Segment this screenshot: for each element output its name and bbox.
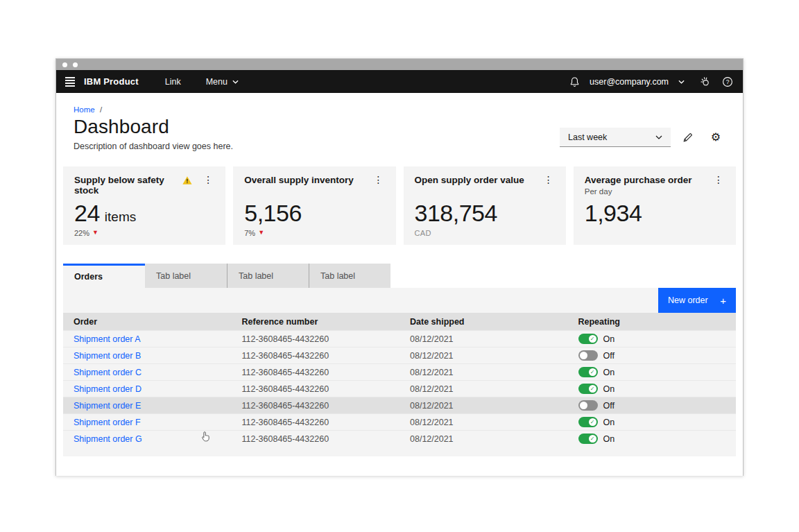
orders-table: Order Reference number Date shipped Repe… bbox=[63, 313, 736, 456]
column-header-order[interactable]: Order bbox=[63, 317, 232, 327]
order-link[interactable]: Shipment order G bbox=[74, 434, 142, 444]
repeating-toggle[interactable]: ✓ bbox=[578, 334, 598, 344]
breadcrumb: Home / bbox=[63, 100, 736, 114]
svg-text:?: ? bbox=[726, 78, 730, 85]
order-link[interactable]: Shipment order C bbox=[74, 368, 141, 377]
browser-window: IBM Product Link Menu user@company.com ?… bbox=[55, 58, 744, 476]
table-row[interactable]: Shipment order C 112-3608465-4432260 08/… bbox=[63, 363, 736, 380]
page-title: Dashboard bbox=[74, 116, 233, 138]
overflow-menu-icon[interactable]: ⋮ bbox=[202, 175, 214, 185]
warning-icon bbox=[182, 175, 192, 185]
window-control-dot[interactable] bbox=[73, 62, 78, 67]
window-titlebar bbox=[56, 59, 743, 70]
card-title: Open supply order value bbox=[415, 175, 524, 185]
table-header-row: Order Reference number Date shipped Repe… bbox=[63, 313, 736, 330]
metric-delta: 22% bbox=[74, 229, 89, 237]
chevron-down-icon[interactable] bbox=[678, 80, 685, 84]
dropdown-value: Last week bbox=[568, 132, 607, 142]
metric-card-average-purchase-order: Average purchase order Per day ⋮ 1,934 bbox=[574, 166, 736, 245]
order-link[interactable]: Shipment order F bbox=[74, 418, 141, 427]
app-header: IBM Product Link Menu user@company.com ? bbox=[56, 70, 743, 93]
metric-value: 24 bbox=[74, 201, 100, 225]
tab-label-3[interactable]: Tab label bbox=[309, 264, 390, 288]
settings-gear-icon[interactable]: ⚙ bbox=[705, 127, 726, 148]
card-title: Overall supply inventory bbox=[244, 175, 354, 185]
overflow-menu-icon[interactable]: ⋮ bbox=[712, 175, 725, 185]
nav-link[interactable]: Link bbox=[165, 77, 181, 87]
light-theme-icon[interactable] bbox=[694, 70, 716, 93]
product-name[interactable]: IBM Product bbox=[84, 76, 139, 87]
metric-delta: 7% bbox=[244, 229, 255, 237]
new-order-button[interactable]: New order + bbox=[658, 288, 736, 313]
repeating-toggle[interactable]: ✓ bbox=[578, 350, 598, 361]
tab-label-2[interactable]: Tab label bbox=[227, 264, 309, 288]
table-row[interactable]: Shipment order A 112-3608465-4432260 08/… bbox=[63, 330, 736, 347]
column-header-date[interactable]: Date shipped bbox=[400, 317, 568, 327]
metric-cards: Supply below safety stock ⋮ 24 items 22%… bbox=[63, 166, 736, 245]
overflow-menu-icon[interactable]: ⋮ bbox=[372, 175, 385, 185]
metric-card-open-supply-order-value: Open supply order value ⋮ 318,754 CAD bbox=[404, 166, 566, 245]
table-row-hovered[interactable]: Shipment order E 112-3608465-4432260 08/… bbox=[63, 397, 736, 413]
order-link[interactable]: Shipment order B bbox=[74, 351, 141, 361]
time-range-dropdown[interactable]: Last week bbox=[560, 128, 671, 147]
card-title: Supply below safety stock bbox=[74, 175, 182, 196]
table-row[interactable]: Shipment order F 112-3608465-4432260 08/… bbox=[63, 413, 736, 430]
plus-icon: + bbox=[720, 295, 726, 307]
card-subtitle: Per day bbox=[585, 187, 692, 196]
order-link[interactable]: Shipment order D bbox=[74, 384, 141, 394]
repeating-toggle[interactable]: ✓ bbox=[578, 367, 598, 377]
metric-card-overall-supply-inventory: Overall supply inventory ⋮ 5,156 7% ▼ bbox=[233, 166, 395, 245]
order-link[interactable]: Shipment order E bbox=[74, 401, 141, 411]
breadcrumb-home-link[interactable]: Home bbox=[74, 105, 95, 114]
column-header-reference[interactable]: Reference number bbox=[232, 317, 400, 327]
column-header-repeating[interactable]: Repeating bbox=[568, 317, 737, 327]
tab-bar: Orders Tab label Tab label Tab label bbox=[63, 264, 736, 288]
page-content: Home / Dashboard Description of dashboar… bbox=[56, 93, 743, 476]
breadcrumb-separator: / bbox=[100, 105, 102, 114]
table-footer-padding bbox=[63, 447, 736, 456]
trend-down-icon: ▼ bbox=[92, 230, 98, 236]
tab-label-1[interactable]: Tab label bbox=[145, 264, 227, 288]
menu-icon[interactable] bbox=[56, 70, 84, 93]
window-control-dot[interactable] bbox=[62, 62, 67, 67]
edit-pencil-icon[interactable] bbox=[678, 127, 698, 148]
chevron-down-icon bbox=[655, 135, 662, 139]
metric-value: 1,934 bbox=[585, 201, 642, 225]
help-icon[interactable]: ? bbox=[716, 70, 739, 93]
user-email[interactable]: user@company.com bbox=[590, 77, 669, 87]
metric-value: 318,754 bbox=[415, 201, 497, 225]
metric-currency: CAD bbox=[415, 229, 431, 237]
table-toolbar: New order + bbox=[63, 288, 736, 313]
page-description: Description of dashboard view goes here. bbox=[74, 141, 233, 151]
table-row[interactable]: Shipment order B 112-3608465-4432260 08/… bbox=[63, 347, 736, 363]
repeating-toggle[interactable]: ✓ bbox=[578, 417, 598, 427]
table-row[interactable]: Shipment order G 112-3608465-4432260 08/… bbox=[63, 430, 736, 447]
tab-orders[interactable]: Orders bbox=[63, 264, 145, 288]
order-link[interactable]: Shipment order A bbox=[74, 334, 141, 344]
metric-card-supply-below-safety-stock: Supply below safety stock ⋮ 24 items 22%… bbox=[63, 166, 225, 245]
card-title: Average purchase order bbox=[585, 175, 692, 185]
repeating-toggle[interactable]: ✓ bbox=[578, 384, 598, 394]
repeating-toggle[interactable]: ✓ bbox=[578, 400, 598, 411]
chevron-down-icon bbox=[232, 80, 239, 84]
metric-unit: items bbox=[105, 209, 136, 225]
repeating-toggle[interactable]: ✓ bbox=[578, 434, 598, 444]
notifications-bell-icon[interactable] bbox=[563, 70, 585, 93]
nav-menu[interactable]: Menu bbox=[206, 77, 239, 87]
metric-value: 5,156 bbox=[244, 201, 302, 225]
trend-down-icon: ▼ bbox=[258, 230, 264, 236]
table-row[interactable]: Shipment order D 112-3608465-4432260 08/… bbox=[63, 380, 736, 397]
overflow-menu-icon[interactable]: ⋮ bbox=[542, 175, 555, 185]
